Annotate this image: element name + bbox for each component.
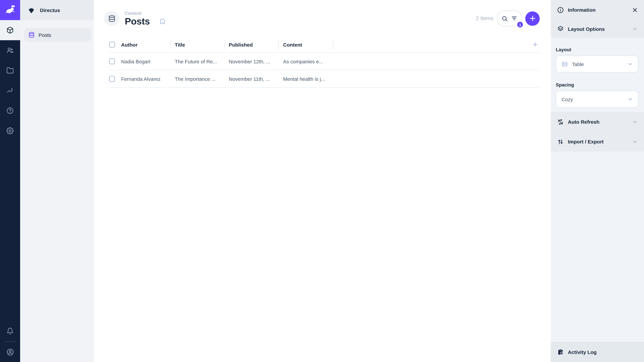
project-header[interactable]: Directus: [20, 0, 94, 20]
column-header-author[interactable]: Author: [121, 42, 170, 47]
layout-options-panel: Layout Table Spacing Cozy: [551, 38, 644, 112]
layout-options-label: Layout Options: [568, 26, 605, 32]
gear-icon: [6, 127, 14, 134]
layers-icon: [557, 25, 564, 32]
project-logo-icon: [27, 6, 36, 14]
insights-icon: [6, 87, 14, 94]
information-label: Information: [568, 7, 596, 13]
search-icon[interactable]: [502, 15, 508, 22]
layout-field-label: Layout: [556, 47, 639, 52]
cell-title: The Future of Re...: [170, 58, 224, 64]
sidebar-item-label: Posts: [38, 32, 51, 38]
column-header-content[interactable]: Content: [278, 37, 333, 52]
module-content[interactable]: [0, 20, 20, 40]
user-menu-button[interactable]: [0, 342, 20, 362]
project-name: Directus: [40, 7, 60, 13]
directus-app: Directus Posts Content P: [0, 0, 644, 362]
module-file-library[interactable]: [0, 60, 20, 80]
info-icon: [557, 6, 564, 13]
page-title: Posts: [125, 17, 150, 26]
main-content: Content Posts 2 Items: [94, 0, 551, 362]
header-actions: 2 Items 1: [476, 10, 540, 26]
layout-select-value: Table: [572, 61, 584, 67]
box-icon: [6, 26, 14, 34]
collection-icon-circle: [104, 11, 119, 26]
auto-refresh-header[interactable]: Auto Refresh: [551, 112, 644, 132]
table-row[interactable]: Fernanda Alvarez The Importance ... Nove…: [109, 70, 539, 88]
import-export-header[interactable]: Import / Export: [551, 132, 644, 151]
table-layout-icon: [562, 61, 568, 67]
breadcrumb[interactable]: Content: [125, 11, 166, 16]
module-bar: [0, 0, 20, 362]
activity-log-label: Activity Log: [568, 349, 597, 355]
directus-logo[interactable]: [0, 0, 20, 20]
cell-published: November 11th, ...: [224, 76, 278, 82]
chevron-down-icon: [627, 61, 633, 67]
chevron-down-icon: [632, 119, 638, 125]
column-header-title[interactable]: Title: [170, 37, 224, 52]
page-header: Content Posts 2 Items: [94, 0, 551, 37]
spacing-select[interactable]: Cozy: [556, 90, 639, 108]
chevron-down-icon: [627, 96, 633, 102]
table-header-row: Author Title Published Content: [109, 37, 539, 53]
spacing-select-value: Cozy: [562, 96, 573, 102]
database-icon: [108, 15, 115, 22]
chevron-down-icon: [632, 139, 638, 145]
folder-icon: [6, 67, 14, 74]
account-circle-icon: [6, 348, 14, 356]
help-icon: [6, 107, 14, 114]
close-icon: [632, 7, 638, 13]
sidebar-mid-section: Auto Refresh Import / Export: [551, 112, 644, 151]
table-row[interactable]: Nadia Bogart The Future of Re... Novembe…: [109, 53, 539, 70]
item-count: 2 Items: [476, 15, 494, 21]
column-header-published[interactable]: Published: [224, 37, 278, 52]
module-user-directory[interactable]: [0, 40, 20, 60]
column-header-spacer: [333, 37, 539, 52]
chevron-up-icon: [632, 26, 638, 32]
filter-icon[interactable]: [511, 15, 518, 22]
spacing-field-label: Spacing: [556, 82, 639, 87]
activity-log-button[interactable]: Activity Log: [551, 342, 644, 362]
sidebar-top-section: Information Layout Options: [551, 0, 644, 38]
add-item-button[interactable]: [525, 11, 540, 26]
users-icon: [6, 46, 14, 54]
layout-select[interactable]: Table: [556, 55, 639, 73]
information-header: Information: [551, 0, 644, 20]
close-sidebar-button[interactable]: [632, 7, 638, 13]
plus-icon: [529, 15, 536, 22]
bell-icon: [6, 328, 14, 335]
module-settings[interactable]: [0, 121, 20, 141]
import-export-label: Import / Export: [568, 139, 604, 144]
filter-count-badge: 1: [517, 22, 523, 27]
cell-content: As companies e...: [278, 58, 333, 64]
notifications-button[interactable]: [0, 321, 20, 341]
cell-title: The Importance ...: [170, 76, 224, 82]
title-block: Content Posts: [125, 11, 166, 26]
nav-sidebar: Directus Posts: [20, 0, 94, 362]
module-docs[interactable]: [0, 100, 20, 121]
sidebar-item-posts[interactable]: Posts: [24, 28, 91, 41]
add-field-button[interactable]: [532, 42, 538, 47]
row-checkbox[interactable]: [109, 76, 115, 82]
activity-log-icon: [557, 349, 564, 355]
plus-icon: [532, 42, 538, 47]
auto-refresh-label: Auto Refresh: [568, 119, 600, 125]
row-checkbox[interactable]: [109, 58, 115, 64]
module-insights[interactable]: [0, 80, 20, 100]
bookmark-icon: [159, 18, 166, 25]
bookmark-button[interactable]: [159, 18, 166, 25]
cell-content: Mental health is j...: [278, 76, 333, 82]
info-sidebar: Information Layout Options: [551, 0, 644, 362]
sidebar-spacer: [551, 151, 644, 342]
sync-disabled-icon: [557, 118, 564, 125]
cell-author: Fernanda Alvarez: [121, 76, 170, 82]
select-all-checkbox[interactable]: [109, 41, 115, 48]
rabbit-logo-icon: [4, 4, 16, 16]
swap-vertical-icon: [557, 138, 564, 145]
search-filter-pill[interactable]: 1: [497, 10, 522, 26]
cell-published: November 12th, ...: [224, 58, 278, 64]
layout-options-header[interactable]: Layout Options: [551, 20, 644, 38]
cell-author: Nadia Bogart: [121, 58, 170, 64]
items-table: Author Title Published Content Nadia Bog…: [109, 37, 539, 88]
database-icon: [28, 32, 34, 38]
